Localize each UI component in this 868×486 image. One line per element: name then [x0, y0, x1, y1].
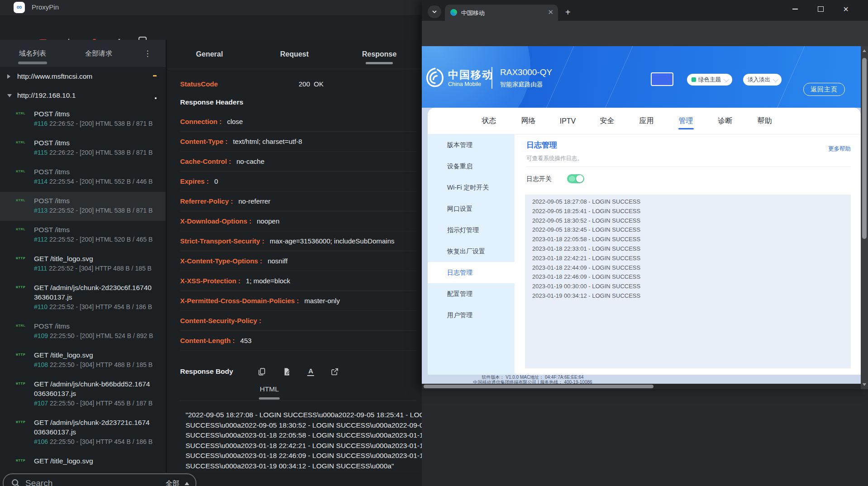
tab-search-button[interactable] [428, 5, 441, 18]
minimize-button[interactable] [785, 0, 806, 18]
display-swatch[interactable] [651, 72, 673, 86]
body-line: SUCCESS\u000a2023-01-18 22:42:21 - LOGIN… [186, 442, 422, 452]
copy-button[interactable] [258, 367, 266, 376]
search-icon [11, 478, 21, 486]
list-item[interactable]: HTTP GET /admin/js/chunk-2d23721c.167403… [0, 414, 166, 452]
protocol-badge: HTTP [16, 381, 25, 386]
log-entry: 2023-01-19 00:34:12 - LOGIN SUCCESS [532, 291, 851, 301]
detail-tab[interactable]: Request [252, 50, 337, 58]
log-switch-toggle[interactable] [567, 174, 584, 183]
open-external-icon [330, 367, 339, 376]
header-value: noopen [257, 217, 280, 225]
header-row: X-Content-Type-Options nosniff [180, 251, 416, 271]
list-item[interactable]: HTTP GET /title_logo.svg [0, 452, 166, 471]
body-format-tab[interactable]: HTML [242, 385, 296, 400]
scroll-down-icon[interactable] [863, 383, 866, 386]
edit-button[interactable] [282, 367, 291, 376]
close-button[interactable]: × [835, 0, 856, 18]
sidebar-item[interactable]: 网口设置 [428, 198, 515, 219]
nav-tab[interactable]: 状态 [469, 108, 509, 134]
more-help-link[interactable]: 更多帮助 [828, 145, 851, 153]
domain-row-router[interactable]: http://192.168.10.1 [0, 86, 166, 105]
vertical-scrollbar-thumb[interactable] [862, 58, 867, 239]
headers-section-title: Response Headers [180, 95, 422, 109]
list-item[interactable]: HTTP GET /admin/js/chunk-b66bdd52.167403… [0, 375, 166, 414]
status-value: 200 OK [299, 80, 324, 88]
list-menu-button[interactable]: ⋮ [134, 40, 161, 67]
horizontal-scrollbar-thumb[interactable] [424, 385, 653, 388]
nav-tab[interactable]: 应用 [627, 108, 666, 134]
screen: ∞ ProxyPin 域名列表 全部请求 ⋮ http://www.msft [0, 0, 868, 486]
chevron-down-icon [432, 9, 437, 14]
content-divider [526, 167, 851, 167]
domain-url: http://192.168.10.1 [17, 91, 76, 100]
log-box[interactable]: 2022-09-05 18:27:08 - LOGIN SUCCESS2022-… [525, 195, 851, 368]
edit-icon [282, 367, 291, 376]
request-subtitle: #116 22:26:52 - [200] HTML 538 B / 871 B [34, 119, 162, 129]
tab-domain-list[interactable]: 域名列表 [5, 40, 60, 67]
search-filter[interactable]: 全部 [166, 479, 179, 486]
list-item[interactable]: HTML POST /itms #116 22:26:52 - [200] HT… [0, 105, 166, 134]
log-entry: 2023-01-18 22:44:09 - LOGIN SUCCESS [532, 263, 851, 273]
router-model-subtitle: 智能家庭路由器 [500, 81, 543, 89]
body-line: SUCCESS\u000a2023-01-19 00:34:12 - LOGIN… [186, 462, 422, 472]
list-item[interactable]: HTML POST /itms #112 22:25:52 - [200] HT… [0, 221, 166, 250]
body-line: SUCCESS\u000a2022-09-05 18:30:52 - LOGIN… [186, 421, 422, 432]
maximize-button[interactable] [810, 0, 831, 18]
sidebar-item[interactable]: 配置管理 [428, 283, 515, 305]
response-body-text[interactable]: "2022-09-05 18:27:08 - LOGIN SUCCESS\u00… [186, 411, 422, 472]
search-input[interactable]: Search 全部 [3, 473, 196, 486]
router-nav: 状态 网络 IPTV 安全 应用 管理 诊断 帮助 [469, 108, 786, 134]
domain-url: http://www.msftncsi.com [17, 72, 92, 81]
list-item[interactable]: HTML POST /itms #109 22:25:50 - [200] HT… [0, 317, 166, 346]
sidebar-item[interactable]: 日志管理 [428, 262, 515, 283]
new-tab-button[interactable]: + [565, 7, 571, 18]
list-item[interactable]: HTTP GET /title_logo.svg #111 22:25:52 -… [0, 250, 166, 279]
tab-title: 中国移动 [461, 9, 485, 17]
horizontal-scrollbar[interactable] [422, 384, 861, 389]
scroll-up-icon[interactable] [863, 49, 866, 52]
sidebar-item[interactable]: Wi-Fi 定时开关 [428, 177, 515, 198]
theme-select[interactable]: 绿色主题 [687, 74, 732, 86]
detail-tab[interactable]: Response [337, 50, 422, 58]
proxypin-toolbar [0, 15, 422, 40]
domain-row-msftncsi[interactable]: http://www.msftncsi.com [0, 67, 166, 86]
nav-tab[interactable]: 诊断 [706, 108, 745, 134]
china-mobile-logo [425, 67, 444, 88]
encoding-button[interactable]: A [307, 367, 314, 376]
tab-all-requests[interactable]: 全部请求 [72, 40, 126, 67]
sidebar-item[interactable]: 用户管理 [428, 305, 515, 326]
tab-close-icon[interactable]: ✕ [548, 8, 553, 16]
list-item[interactable]: HTML POST /itms #115 22:26:22 - [200] HT… [0, 134, 166, 163]
sidebar-item[interactable]: 版本管理 [428, 134, 515, 156]
vertical-scrollbar[interactable] [861, 46, 868, 389]
list-item[interactable]: HTML POST /itms #114 22:25:54 - [200] HT… [0, 163, 166, 192]
list-item[interactable]: HTML POST /itms #113 22:25:52 - [200] HT… [0, 192, 166, 221]
filter-arrow-icon[interactable] [185, 482, 189, 485]
sidebar-item[interactable]: 恢复出厂设置 [428, 241, 515, 262]
nav-tab[interactable]: 网络 [509, 108, 548, 134]
brand-name-cn: 中国移动 [448, 68, 493, 82]
collapse-arrow-icon[interactable] [7, 94, 12, 97]
list-item[interactable]: HTTP GET /title_logo.svg #108 22:25:50 -… [0, 346, 166, 375]
nav-tab[interactable]: 帮助 [745, 108, 784, 134]
chevron-down-icon [773, 76, 779, 82]
request-subtitle: #115 22:26:22 - [200] HTML 538 B / 871 B [34, 148, 162, 157]
list-item[interactable]: HTTP GET /admin/js/chunk-2d230c6f.167403… [0, 279, 166, 317]
request-title: POST /itms [34, 138, 153, 148]
expand-arrow-icon[interactable] [7, 74, 10, 79]
back-home-button[interactable]: 返回主页 [803, 83, 845, 96]
nav-tab[interactable]: 安全 [587, 108, 627, 134]
log-entry: 2022-09-05 18:30:52 - LOGIN SUCCESS [532, 216, 851, 226]
browser-tab[interactable]: 中国移动 ✕ [445, 5, 558, 21]
detail-tab[interactable]: General [167, 50, 252, 58]
nav-tab[interactable]: IPTV [548, 108, 587, 134]
header-value: 0 [214, 177, 218, 185]
sidebar-item[interactable]: 指示灯管理 [428, 219, 515, 241]
protocol-badge: HTTP [16, 458, 25, 462]
open-external-button[interactable] [330, 367, 339, 376]
nav-tab[interactable]: 管理 [666, 108, 706, 134]
transition-select[interactable]: 淡入淡出 [743, 74, 782, 86]
sidebar-item[interactable]: 设备重启 [428, 156, 515, 177]
request-title: GET /admin/js/chunk-2d23721c.16740363601… [34, 418, 153, 437]
